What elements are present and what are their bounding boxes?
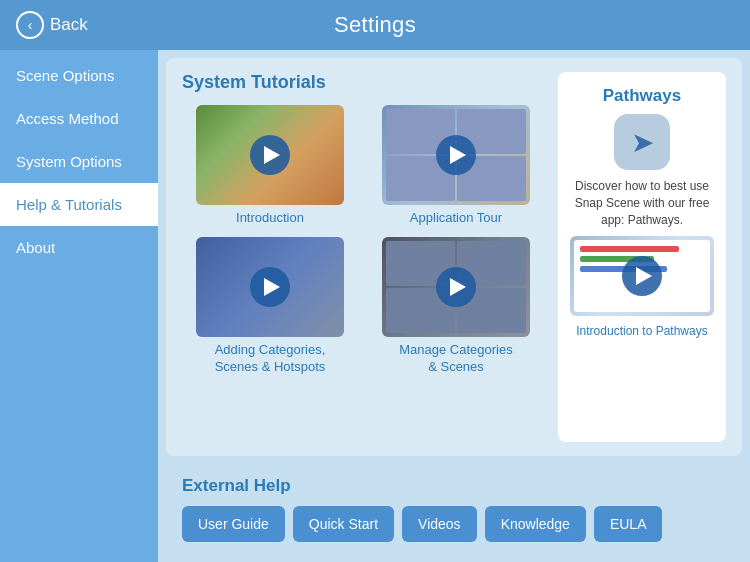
tutorials-left: System Tutorials Introduction: [182, 72, 544, 442]
video-label-manage-cat: Manage Categories & Scenes: [399, 342, 512, 376]
video-item-app-tour: Application Tour: [368, 105, 544, 227]
sidebar: Scene Options Access Method System Optio…: [0, 50, 158, 562]
eula-button[interactable]: EULA: [594, 506, 663, 542]
play-icon: [450, 278, 466, 296]
sidebar-item-help-tutorials[interactable]: Help & Tutorials: [0, 183, 158, 226]
play-icon: [450, 146, 466, 164]
video-thumb-intro[interactable]: [196, 105, 344, 205]
body: Scene Options Access Method System Optio…: [0, 50, 750, 562]
video-item-manage-cat: Manage Categories & Scenes: [368, 237, 544, 376]
back-icon: ‹: [16, 11, 44, 39]
video-label-adding-cat: Adding Categories, Scenes & Hotspots: [215, 342, 326, 376]
videos-grid: Introduction Applicat: [182, 105, 544, 376]
external-help-panel: External Help User Guide Quick Start Vid…: [166, 464, 742, 554]
video-item-intro: Introduction: [182, 105, 358, 227]
pathways-panel: Pathways ➤ Discover how to best use Snap…: [558, 72, 726, 442]
pathways-video-thumb[interactable]: [570, 236, 714, 316]
knowledge-button[interactable]: Knowledge: [485, 506, 586, 542]
pathways-icon-wrap: ➤: [614, 114, 670, 170]
video-thumb-adding-cat[interactable]: [196, 237, 344, 337]
play-button-app-tour[interactable]: [436, 135, 476, 175]
play-icon: [264, 146, 280, 164]
main-content: System Tutorials Introduction: [158, 50, 750, 562]
video-thumb-manage-cat[interactable]: [382, 237, 530, 337]
external-help-title: External Help: [182, 476, 726, 496]
tutorials-title: System Tutorials: [182, 72, 544, 93]
sidebar-item-scene-options[interactable]: Scene Options: [0, 54, 158, 97]
sidebar-item-about[interactable]: About: [0, 226, 158, 269]
page-title: Settings: [334, 12, 416, 38]
bar-1: [580, 246, 679, 252]
video-label-intro: Introduction: [236, 210, 304, 227]
play-icon: [264, 278, 280, 296]
back-button[interactable]: ‹ Back: [16, 11, 88, 39]
play-button-pathways[interactable]: [622, 256, 662, 296]
videos-button[interactable]: Videos: [402, 506, 477, 542]
header: ‹ Back Settings: [0, 0, 750, 50]
sidebar-item-system-options[interactable]: System Options: [0, 140, 158, 183]
sidebar-item-access-method[interactable]: Access Method: [0, 97, 158, 140]
play-button-manage-cat[interactable]: [436, 267, 476, 307]
back-label: Back: [50, 15, 88, 35]
pathways-description: Discover how to best use Snap Scene with…: [570, 178, 714, 228]
video-label-app-tour: Application Tour: [410, 210, 502, 227]
quick-start-button[interactable]: Quick Start: [293, 506, 394, 542]
pathways-title: Pathways: [603, 86, 681, 106]
user-guide-button[interactable]: User Guide: [182, 506, 285, 542]
pathways-video-label: Introduction to Pathways: [576, 324, 707, 338]
play-button-intro[interactable]: [250, 135, 290, 175]
play-icon: [636, 267, 652, 285]
pathways-navigation-icon: ➤: [631, 126, 654, 159]
play-button-adding-cat[interactable]: [250, 267, 290, 307]
video-item-adding-cat: Adding Categories, Scenes & Hotspots: [182, 237, 358, 376]
tutorials-panel: System Tutorials Introduction: [166, 58, 742, 456]
help-buttons: User Guide Quick Start Videos Knowledge …: [182, 506, 726, 542]
video-thumb-app-tour[interactable]: [382, 105, 530, 205]
